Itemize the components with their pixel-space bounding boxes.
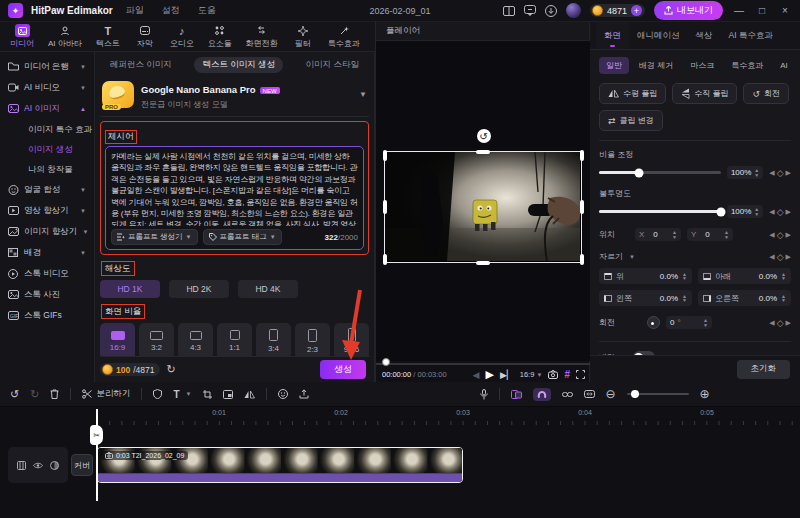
menu-file[interactable]: 파일 <box>121 4 149 17</box>
sidebar-item-background[interactable]: 배경▼ <box>4 243 90 263</box>
sidebar-sub-image-effects[interactable]: 이미지 특수 효과 <box>4 120 90 139</box>
cover-button[interactable]: 커버 <box>71 454 93 476</box>
video-preview[interactable] <box>384 151 582 263</box>
tab-text-to-image[interactable]: 텍스트 이미지 생성 <box>194 57 283 73</box>
sidebar-item-stock-video[interactable]: 스톡 비디오 <box>4 264 90 284</box>
prompt-input[interactable]: 카메라는 실제 사람 시점에서 천천히 같은 위치를 걸으며, 미세한 상하 움… <box>105 146 364 250</box>
tab-ai-avatar[interactable]: AI 아바타 <box>42 23 88 50</box>
sidebar-item-image-enhancer[interactable]: 이미지 향상기▼ <box>4 222 90 242</box>
prompt-tag-button[interactable]: 프롬프트 태그▼ <box>203 229 282 245</box>
model-selector[interactable]: PRO Google Nano Banana ProNEW 전문급 이미지 생성… <box>100 74 369 117</box>
opacity-slider[interactable] <box>599 210 721 213</box>
crop-right[interactable]: 오른쪽0.0%▲▼ <box>698 290 791 306</box>
user-avatar[interactable] <box>566 3 581 18</box>
handle-top-right[interactable] <box>580 150 584 161</box>
scale-keyframe-control[interactable]: ◀◇▶ <box>769 168 791 178</box>
redo-icon[interactable]: ↻ <box>30 388 39 401</box>
video-clip[interactable]: 0:03 T2I_2026_02_09 <box>97 447 463 483</box>
menu-help[interactable]: 도움 <box>193 4 221 17</box>
close-button[interactable]: × <box>778 5 792 16</box>
handle-bottom[interactable] <box>476 261 490 265</box>
pip-icon[interactable] <box>223 390 233 399</box>
aspect-4-3[interactable]: 4:3 <box>178 323 213 359</box>
crop-bottom[interactable]: 아래0.0%▲▼ <box>698 268 791 284</box>
handle-right[interactable] <box>580 200 584 214</box>
timeline-zoom-slider[interactable] <box>627 393 689 395</box>
face-sticker-icon[interactable] <box>278 389 288 399</box>
ratio-selector[interactable]: 16:9 ▼ <box>520 370 543 379</box>
download-icon[interactable] <box>545 5 557 17</box>
opacity-keyframe-control[interactable]: ◀◇▶ <box>769 207 791 217</box>
crop-left[interactable]: 왼쪽0.0%▲▼ <box>599 290 692 306</box>
sidebar-item-stock-gifs[interactable]: GIF 스톡 GIFs <box>4 306 90 326</box>
menu-settings[interactable]: 설정 <box>157 4 185 17</box>
subtab-effects[interactable]: 특수효과 <box>724 57 770 74</box>
position-keyframe-control[interactable]: ◀◇▶ <box>769 230 791 240</box>
sidebar-sub-image-generation[interactable]: 이미지 생성 <box>4 140 90 159</box>
tab-screen[interactable]: 화면 <box>596 22 629 49</box>
tab-elements[interactable]: 요소들 <box>202 23 238 50</box>
subtab-bg-removal[interactable]: 배경 제거 <box>632 57 680 74</box>
zoom-slider-thumb[interactable] <box>631 390 639 398</box>
sidebar-item-face-swap[interactable]: 얼굴 합성▼ <box>4 180 90 200</box>
zoom-out-icon[interactable]: ⊖ <box>606 387 616 401</box>
rotate-handle-icon[interactable]: ↺ <box>477 129 491 143</box>
rotation-dial[interactable] <box>647 316 660 329</box>
tab-audio[interactable]: ♪ 오디오 <box>164 23 200 50</box>
sidebar-sub-my-creations[interactable]: 나의 창작물 <box>4 160 90 179</box>
tab-filters[interactable]: 필터 <box>286 23 320 50</box>
position-y[interactable]: Y0▲▼ <box>687 228 733 241</box>
opacity-value[interactable]: 100%▲▼ <box>727 205 763 218</box>
crop-keyframe-control[interactable]: ◀◇▶ <box>769 252 791 262</box>
sidebar-item-ai-image[interactable]: AI 이미지▲ <box>4 99 90 119</box>
tab-reference-image[interactable]: 레퍼런스 이미지 <box>102 57 180 73</box>
next-frame-icon[interactable]: ▶▏ <box>500 370 514 380</box>
tab-effects[interactable]: 특수효과 <box>322 23 366 50</box>
crop-top[interactable]: 위0.0%▲▼ <box>599 268 692 284</box>
aspect-3-4[interactable]: 3:4 <box>256 323 291 359</box>
player-canvas[interactable]: ↺ <box>376 41 591 361</box>
aspect-3-2[interactable]: 3:2 <box>139 323 174 359</box>
tab-transitions[interactable]: 화면전환 <box>240 23 284 50</box>
shield-icon[interactable] <box>153 389 162 399</box>
text-tool-icon[interactable]: T▼ <box>173 389 191 400</box>
fullscreen-icon[interactable] <box>576 370 585 379</box>
aspect-16-9[interactable]: 16:9 <box>100 323 135 359</box>
handle-bottom-left[interactable] <box>383 254 387 265</box>
crop-tool-icon[interactable] <box>203 390 212 399</box>
snap-icon[interactable] <box>533 388 551 401</box>
flip-horizontal-button[interactable]: 수평 플립 <box>599 83 666 104</box>
rotate-button[interactable]: ↺회전 <box>743 83 789 104</box>
subtab-general[interactable]: 일반 <box>599 57 629 74</box>
tab-subtitles[interactable]: 자막 <box>128 23 162 50</box>
tab-animation[interactable]: 애니메이션 <box>629 22 688 49</box>
sidebar-item-ai-video[interactable]: AI 비디오▼ <box>4 78 90 98</box>
refresh-icon[interactable]: ↻ <box>166 363 175 376</box>
track-mute-icon[interactable] <box>50 461 59 470</box>
maximize-button[interactable]: □ <box>755 5 769 16</box>
import-icon[interactable] <box>299 389 309 399</box>
flip-vertical-button[interactable]: 수직 플립 <box>672 83 737 104</box>
generate-button[interactable]: 생성 <box>320 360 366 379</box>
handle-left[interactable] <box>383 200 387 214</box>
split-button[interactable]: 분리하기 <box>82 388 130 400</box>
export-button[interactable]: 내보내기 <box>654 1 723 20</box>
playhead[interactable] <box>96 409 98 501</box>
track-mode-icon[interactable] <box>511 390 522 399</box>
player-scrubber[interactable] <box>376 363 591 365</box>
scrubber-thumb[interactable] <box>382 358 390 366</box>
mirror-icon[interactable] <box>244 390 255 399</box>
aspect-1-1[interactable]: 1:1 <box>217 323 252 359</box>
prompt-text[interactable]: 카메라는 실제 사람 시점에서 천천히 같은 위치를 걸으며, 미세한 상하 움… <box>111 151 358 226</box>
layout-icon[interactable] <box>503 6 515 16</box>
microphone-icon[interactable] <box>480 389 488 400</box>
track-visibility-icon[interactable] <box>33 462 43 469</box>
scale-slider[interactable] <box>599 171 721 174</box>
delete-icon[interactable] <box>50 389 59 399</box>
tab-color[interactable]: 색상 <box>688 22 721 49</box>
link-icon[interactable] <box>562 391 573 398</box>
snapshot-icon[interactable] <box>548 370 558 379</box>
resolution-hd1k[interactable]: HD 1K <box>100 280 160 298</box>
crop-header[interactable]: 자르기 ▼ ◀◇▶ <box>599 251 791 262</box>
subtab-mask[interactable]: 마스크 <box>683 57 721 74</box>
